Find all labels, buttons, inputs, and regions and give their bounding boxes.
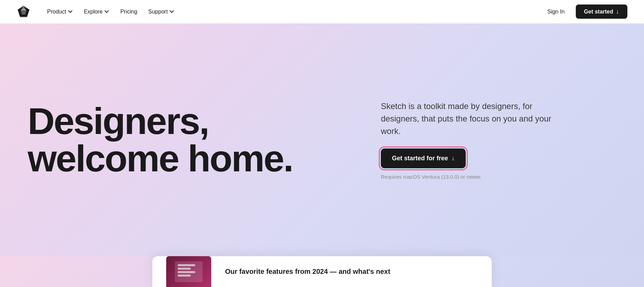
nav-item-support[interactable]: Support <box>144 6 178 18</box>
hero-section: Designers, welcome home. Sketch is a too… <box>0 24 644 256</box>
mockup-line <box>178 275 191 277</box>
nav-pricing-label: Pricing <box>120 9 137 15</box>
navbar-left: Product Explore Pricing Supp <box>17 5 178 19</box>
hero-headline: Designers, welcome home. <box>28 102 360 177</box>
download-icon: ↓ <box>616 8 619 15</box>
hero-cta-label: Get started for free <box>392 155 448 162</box>
thumbnail-mockup <box>175 261 203 282</box>
hero-left: Designers, welcome home. <box>28 102 381 177</box>
feature-card-label: Our favorite features from 2024 — and wh… <box>225 268 390 276</box>
download-icon: ↓ <box>451 155 455 162</box>
nav-item-product[interactable]: Product <box>43 6 77 18</box>
chevron-down-icon <box>169 9 174 14</box>
nav-product-label: Product <box>47 9 66 15</box>
feature-card[interactable]: Our favorite features from 2024 — and wh… <box>152 256 492 287</box>
logo[interactable] <box>17 5 30 19</box>
sign-in-button[interactable]: Sign In <box>542 6 570 18</box>
get-started-label: Get started <box>584 9 613 15</box>
feature-card-thumbnail <box>166 256 211 287</box>
hero-cta-button[interactable]: Get started for free ↓ <box>381 149 466 168</box>
hero-description: Sketch is a toolkit made by designers, f… <box>381 100 561 137</box>
nav-item-explore[interactable]: Explore <box>80 6 113 18</box>
mockup-line <box>178 264 195 266</box>
navbar-right: Sign In Get started ↓ <box>542 5 627 19</box>
thumbnail-inner <box>166 256 211 287</box>
get-started-button[interactable]: Get started ↓ <box>576 5 627 19</box>
nav-items: Product Explore Pricing Supp <box>43 6 178 18</box>
chevron-down-icon <box>68 9 73 14</box>
chevron-down-icon <box>104 9 109 14</box>
hero-requirement-text: Requires macOS Ventura (13.0.0) or newer… <box>381 174 616 180</box>
mockup-line <box>178 268 191 270</box>
nav-explore-label: Explore <box>84 9 102 15</box>
bottom-section: Our favorite features from 2024 — and wh… <box>0 256 644 287</box>
nav-item-pricing[interactable]: Pricing <box>116 6 141 18</box>
hero-right: Sketch is a toolkit made by designers, f… <box>381 100 616 180</box>
mockup-line <box>178 271 195 273</box>
nav-support-label: Support <box>148 9 168 15</box>
navbar: Product Explore Pricing Supp <box>0 0 644 24</box>
